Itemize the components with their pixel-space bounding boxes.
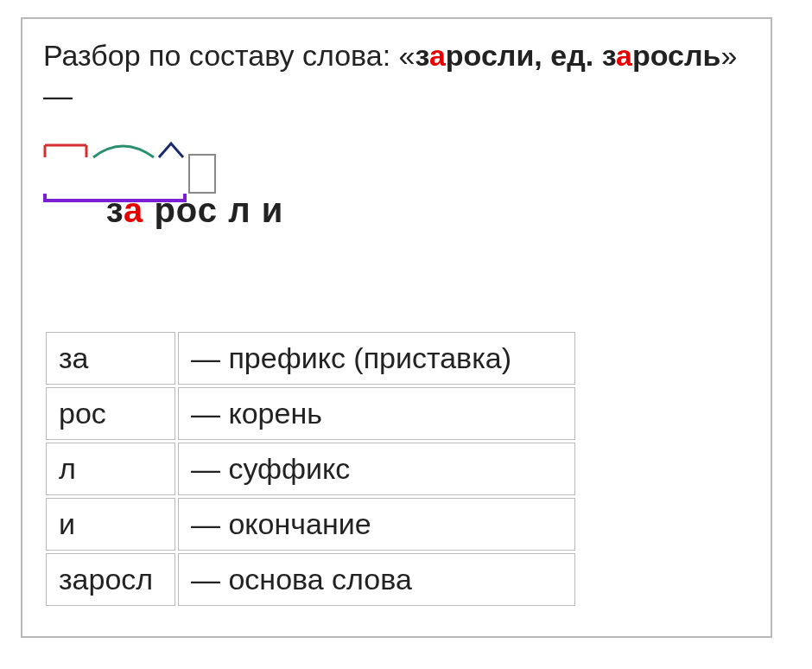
part-cell: рос bbox=[46, 387, 175, 440]
desc-cell: — корень bbox=[178, 387, 575, 440]
title: Разбор по составу слова: «заросли, ед. з… bbox=[43, 36, 750, 116]
content-panel: Разбор по составу слова: «заросли, ед. з… bbox=[21, 17, 772, 638]
part-cell: заросл bbox=[46, 553, 175, 606]
part-cell: за bbox=[46, 332, 175, 385]
word2-pre: з bbox=[602, 39, 616, 72]
ending-box-icon bbox=[188, 154, 216, 194]
part-cell: и bbox=[46, 498, 175, 551]
morpheme-table: за — префикс (приставка) рос — корень л … bbox=[43, 329, 578, 608]
desc-cell: — окончание bbox=[178, 498, 575, 551]
prefix-part-a: з bbox=[106, 191, 124, 229]
root-part: рос bbox=[154, 191, 218, 229]
desc-cell: — суффикс bbox=[178, 443, 575, 495]
table-row: заросл — основа слова bbox=[46, 553, 575, 606]
word1-post: росли, ед. bbox=[446, 39, 602, 72]
suffix-part: л bbox=[228, 191, 251, 229]
table-row: л — суффикс bbox=[46, 443, 575, 495]
word1-pre: з bbox=[415, 39, 428, 72]
word1-stress: а bbox=[429, 39, 446, 72]
desc-cell: — префикс (приставка) bbox=[178, 332, 575, 385]
prefix-part-b: а bbox=[124, 191, 143, 229]
desc-cell: — основа слова bbox=[178, 553, 575, 606]
ending-part: и bbox=[262, 191, 284, 229]
word2-stress: а bbox=[616, 39, 632, 72]
title-lead: Разбор по составу слова: « bbox=[43, 39, 415, 72]
table-row: за — префикс (приставка) bbox=[46, 332, 575, 385]
word2-post: росль bbox=[632, 39, 721, 72]
part-cell: л bbox=[46, 443, 175, 495]
morpheme-diagram: за рос л и bbox=[43, 140, 283, 277]
table-row: и — окончание bbox=[46, 498, 575, 551]
table-row: рос — корень bbox=[46, 387, 575, 440]
